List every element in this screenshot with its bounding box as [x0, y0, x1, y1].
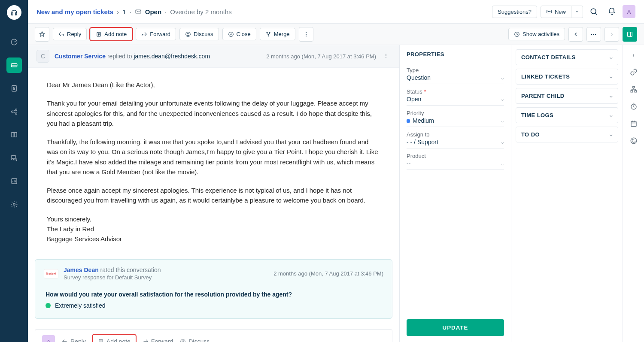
clock-icon — [514, 31, 520, 37]
note-icon — [98, 339, 104, 342]
status-label-top: Open — [145, 8, 161, 15]
svg-point-14 — [187, 33, 188, 34]
new-button[interactable]: New — [541, 6, 571, 18]
chevron-down-icon: ⌵ — [610, 132, 613, 137]
profile-avatar[interactable]: A — [623, 5, 635, 18]
svg-point-22 — [386, 54, 386, 54]
merge-button[interactable]: Merge — [260, 28, 295, 40]
survey-question: How would you rate your overall satisfac… — [44, 291, 383, 298]
bottom-reply[interactable]: Reply — [62, 338, 86, 342]
chevron-down-icon — [575, 9, 579, 14]
forward-icon — [141, 31, 147, 37]
contact-details-panel[interactable]: CONTACT DETAILS⌵ — [516, 49, 618, 65]
chevron-right-icon: › — [117, 8, 119, 15]
todo-panel[interactable]: TO DO⌵ — [516, 127, 618, 142]
svg-point-11 — [591, 9, 596, 14]
swirl-icon[interactable] — [629, 137, 638, 145]
nav-contacts[interactable] — [6, 81, 22, 96]
link-icon[interactable] — [629, 68, 638, 76]
kebab-icon — [303, 31, 310, 38]
sender-avatar: C — [36, 50, 49, 63]
type-select[interactable]: Question⌵ — [407, 74, 504, 84]
chevron-left-icon — [573, 31, 579, 37]
reply-icon — [62, 339, 68, 342]
bottom-discuss[interactable]: Discuss — [180, 338, 210, 342]
message-more-button[interactable] — [381, 51, 391, 62]
svg-point-28 — [183, 341, 184, 341]
reply-button[interactable]: Reply — [53, 28, 87, 40]
status-label: Status * — [407, 88, 504, 95]
mail-icon — [546, 9, 552, 15]
nav-dashboard[interactable] — [6, 34, 22, 50]
topbar: New and my open tickets › 1 · Open · Ove… — [28, 0, 644, 24]
msg-p3: Thankfully, the following morning, it wa… — [47, 137, 380, 177]
discuss-button[interactable]: Discuss — [179, 28, 219, 40]
linked-tickets-panel[interactable]: LINKED TICKETS⌵ — [516, 69, 618, 85]
msg-p4: Please once again accept my sincerest ap… — [47, 185, 380, 206]
notifications-button[interactable] — [605, 4, 619, 19]
survey-subtitle: Survey response for Default Survey — [64, 274, 268, 281]
nav-admin[interactable] — [6, 197, 22, 212]
next-ticket-button[interactable] — [605, 27, 619, 42]
svg-rect-29 — [632, 86, 635, 88]
svg-point-34 — [631, 138, 637, 144]
time-logs-panel[interactable]: TIME LOGS⌵ — [516, 107, 618, 123]
priority-select[interactable]: Medium⌵ — [407, 117, 504, 127]
calendar-icon[interactable] — [629, 120, 638, 127]
nav-forums[interactable] — [6, 150, 22, 166]
merge-icon — [265, 31, 271, 37]
prev-ticket-button[interactable] — [568, 27, 583, 42]
survey-timestamp: 2 months ago (Mon, 7 Aug 2017 at 3:46 PM… — [273, 270, 383, 277]
bottom-add-note[interactable]: Add note — [93, 335, 136, 342]
app-logo[interactable] — [7, 5, 21, 20]
chevron-right-icon — [609, 31, 615, 37]
more-actions-button[interactable] — [299, 27, 313, 42]
product-select[interactable]: --⌵ — [407, 160, 504, 170]
search-button[interactable] — [586, 4, 601, 19]
expand-button[interactable] — [623, 27, 637, 42]
show-activities-button[interactable]: Show activities — [508, 28, 565, 40]
timer-icon[interactable] — [629, 103, 638, 110]
svg-point-18 — [306, 33, 307, 34]
properties-title: PROPERTIES — [407, 51, 504, 58]
sender-name[interactable]: Customer Service — [55, 53, 106, 60]
chevron-down-icon: ⌵ — [501, 75, 504, 81]
msg-sig1: Yours sincerely, — [47, 214, 380, 224]
priority-label: Priority — [407, 110, 504, 116]
kebab-icon — [383, 53, 389, 59]
suggestions-button[interactable]: Suggestions? — [492, 6, 537, 18]
nav-tickets[interactable] — [6, 58, 22, 73]
svg-point-24 — [386, 57, 386, 58]
conversation-pane: C Customer Service replied to james.dean… — [28, 45, 399, 342]
bottom-forward[interactable]: Forward — [143, 338, 173, 342]
replied-to-text: replied to — [107, 53, 132, 60]
breadcrumb-link[interactable]: New and my open tickets — [36, 8, 113, 15]
ticket-nav-more-button[interactable]: ··· — [586, 27, 601, 42]
app-rail — [623, 45, 644, 342]
priority-dot-icon — [407, 119, 410, 123]
survey-card: firetext James Dean rated this conversat… — [35, 259, 392, 319]
add-note-button[interactable]: Add note — [90, 28, 132, 40]
hierarchy-icon[interactable] — [629, 85, 638, 93]
forward-button[interactable]: Forward — [136, 28, 176, 40]
svg-rect-33 — [631, 121, 636, 127]
survey-rater-name[interactable]: James Dean — [64, 266, 99, 273]
info-icon[interactable] — [629, 51, 638, 59]
status-select[interactable]: Open⌵ — [407, 96, 504, 106]
svg-point-17 — [306, 32, 307, 33]
new-dropdown-button[interactable] — [571, 6, 583, 18]
parent-child-panel[interactable]: PARENT CHILD⌵ — [516, 88, 618, 104]
assign-select[interactable]: - - / Support⌵ — [407, 139, 504, 148]
svg-point-13 — [186, 32, 191, 36]
bell-icon — [608, 7, 616, 16]
svg-point-27 — [182, 341, 182, 341]
nav-solutions[interactable] — [6, 127, 22, 142]
close-button[interactable]: Close — [222, 28, 256, 40]
nav-social[interactable] — [6, 104, 22, 119]
svg-point-8 — [13, 203, 15, 206]
expand-icon — [626, 31, 633, 38]
star-button[interactable] — [35, 27, 49, 42]
update-button[interactable]: UPDATE — [407, 319, 504, 336]
nav-reports[interactable] — [6, 173, 22, 189]
chevron-down-icon: ⌵ — [501, 139, 504, 145]
